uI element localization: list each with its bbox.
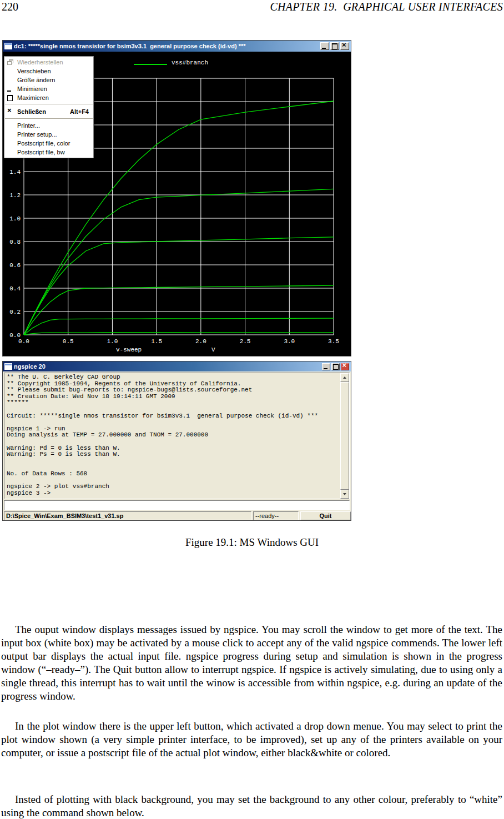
x-tick-label: 3.0: [284, 338, 295, 345]
arrow-up-icon: [343, 376, 346, 379]
window-controls: [322, 363, 349, 370]
window-controls: [320, 42, 349, 50]
close-icon: [341, 43, 348, 49]
console-line: ** The U. C. Berkeley CAD Group: [7, 374, 339, 381]
y-tick-label: 0.8: [9, 239, 21, 245]
menu-item-size[interactable]: Größe ändern: [4, 76, 93, 84]
plot-window-titlebar[interactable]: dc1: *****single nmos transistor for bsi…: [3, 41, 351, 52]
menu-item-label: Printer...: [17, 122, 40, 129]
maximize-button[interactable]: [330, 42, 339, 50]
x-tick-label: 0.0: [18, 338, 29, 345]
console-line: [7, 419, 339, 426]
menu-item-move[interactable]: Verschieben: [4, 67, 93, 76]
plot-curve-curve5: [24, 189, 334, 335]
body-paragraph: The ouput window displays messages issue…: [1, 623, 502, 703]
minimize-icon: [321, 43, 328, 49]
menu-item-label: Maximieren: [17, 94, 49, 101]
legend-line: [134, 64, 167, 65]
maximize-icon: [332, 364, 339, 369]
menu-item-restore[interactable]: Wiederherstellen: [4, 58, 93, 67]
close-icon: [7, 109, 17, 114]
console-window-titlebar[interactable]: ngspice 20: [3, 361, 351, 371]
console-window-icon[interactable]: [4, 363, 12, 370]
menu-item-postscript-color[interactable]: Postscript file, color: [4, 139, 93, 148]
console-window: ngspice 20 ** The U. C. Berkeley CAD Gro…: [2, 361, 351, 521]
menu-item-shortcut: Alt+F4: [70, 108, 89, 115]
menu-item-label: Minimieren: [17, 86, 47, 92]
status-bar: D:\Spice_Win\Exam_BSIM3\test1_v31.sp --r…: [4, 511, 351, 520]
close-button[interactable]: [341, 363, 349, 370]
console-line: [7, 406, 339, 413]
menu-item-label: Postscript file, color: [17, 140, 70, 147]
y-tick-label: 0.6: [9, 262, 21, 269]
menu-item-minimize[interactable]: Minimieren: [4, 84, 93, 93]
console-window-title: ngspice 20: [14, 363, 320, 370]
maximize-button[interactable]: [331, 363, 340, 370]
menu-item-postscript-bw[interactable]: Postscript file, bw: [4, 148, 93, 157]
console-line: ngspice 2 -> plot vss#branch: [7, 484, 339, 490]
y-tick-label: 1.4: [9, 169, 21, 175]
console-line: [7, 439, 339, 445]
menu-item-label: Postscript file, bw: [17, 149, 65, 155]
scrollbar-thumb[interactable]: [340, 382, 349, 490]
menu-item-printer[interactable]: Printer...: [4, 121, 93, 130]
page-number: 220: [2, 1, 18, 13]
close-button[interactable]: [340, 42, 349, 50]
plot-window-title: dc1: *****single nmos transistor for bsi…: [14, 43, 319, 49]
x-tick-label: 1.5: [151, 338, 162, 345]
x-tick-label: 0.5: [63, 338, 74, 345]
document-page: 220 CHAPTER 19. GRAPHICAL USER INTERFACE…: [0, 0, 504, 819]
console-output[interactable]: ** The U. C. Berkeley CAD Group** Copyri…: [4, 373, 350, 499]
x-axis-label: v-sweep: [116, 346, 142, 353]
progress-indicator: --ready--: [253, 511, 299, 520]
x-tick-label: 2.5: [240, 338, 251, 345]
figure-screenshot: dc1: *****single nmos transistor for bsi…: [2, 40, 352, 522]
maximize-icon: [7, 95, 17, 101]
arrow-down-icon: [343, 493, 346, 495]
menu-item-label: Verschieben: [17, 68, 51, 74]
quit-button[interactable]: Quit: [300, 511, 351, 520]
menu-separator: [5, 104, 93, 105]
x-tick-label: 3.5: [328, 338, 339, 345]
plot-window: dc1: *****single nmos transistor for bsi…: [2, 40, 351, 356]
minimize-icon: [7, 86, 17, 92]
y-tick-label: 0.4: [9, 285, 21, 292]
system-menu-icon[interactable]: [4, 43, 12, 49]
restore-icon: [7, 59, 17, 65]
scroll-up-button[interactable]: [340, 373, 349, 382]
system-menu: WiederherstellenVerschiebenGröße ändernM…: [4, 56, 94, 158]
figure-caption: Figure 19.1: MS Windows GUI: [0, 536, 504, 549]
maximize-icon: [331, 43, 338, 49]
y-tick-label: 1.2: [9, 192, 21, 199]
body-paragraph: In the plot window there is the upper le…: [1, 720, 502, 760]
menu-item-close[interactable]: SchließenAlt+F4: [4, 107, 93, 117]
console-input[interactable]: [4, 500, 350, 510]
y-tick-label: 0.0: [9, 332, 21, 339]
console-line: Warning: Ps = 0 is less than W.: [7, 451, 339, 458]
minimize-icon: [323, 364, 330, 369]
menu-item-printer-setup[interactable]: Printer setup...: [4, 130, 93, 139]
minimize-button[interactable]: [322, 363, 330, 370]
console-line: [7, 458, 339, 465]
console-line: ngspice 3 ->: [7, 490, 339, 497]
status-file-path: D:\Spice_Win\Exam_BSIM3\test1_v31.sp: [4, 511, 251, 520]
x-axis-unit: V: [211, 346, 215, 353]
plot-curve-curve1: [24, 333, 334, 335]
scrollbar[interactable]: [340, 373, 349, 499]
plot-curve-curve3: [24, 285, 334, 335]
legend-label: vss#branch: [172, 59, 208, 66]
console-line: ** Creation Date: Wed Nov 18 19:14:11 GM…: [7, 394, 339, 400]
console-line: No. of Data Rows : 568: [7, 471, 339, 478]
menu-item-maximize[interactable]: Maximieren: [4, 93, 93, 102]
body-paragraph: Insted of plotting with black background…: [1, 793, 502, 819]
minimize-button[interactable]: [320, 42, 329, 50]
menu-item-label: Printer setup...: [17, 131, 57, 138]
console-lines: ** The U. C. Berkeley CAD Group** Copyri…: [7, 374, 339, 496]
console-line: ******: [7, 400, 339, 406]
scroll-down-button[interactable]: [340, 490, 349, 499]
x-tick-label: 2.0: [195, 338, 206, 345]
menu-item-label: Schließen: [17, 108, 46, 115]
menu-item-label: Wiederherstellen: [17, 59, 63, 66]
menu-item-label: Größe ändern: [17, 77, 55, 83]
y-tick-label: 0.2: [9, 309, 21, 315]
